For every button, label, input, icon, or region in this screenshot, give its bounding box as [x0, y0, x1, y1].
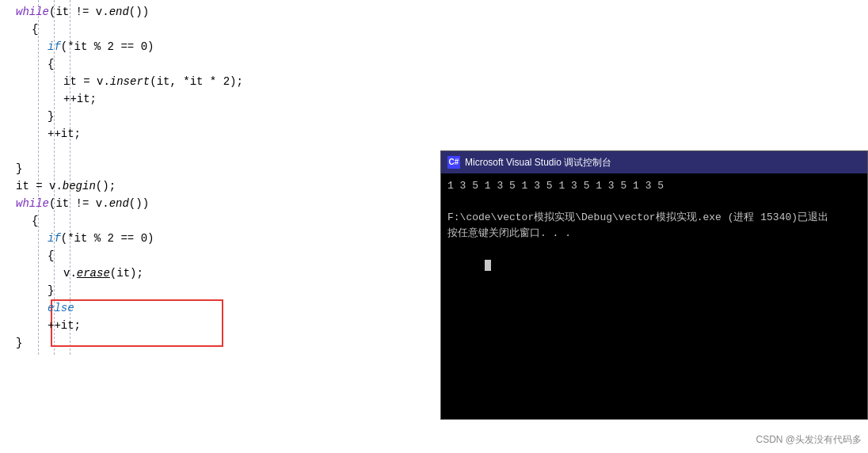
console-blank-line: [447, 194, 861, 210]
code-line: it = v.insert(it, *it * 2);: [16, 73, 868, 90]
code-line: ++it;: [16, 125, 868, 143]
console-title: Microsoft Visual Studio 调试控制台: [465, 156, 611, 169]
code-line: while (it != v.end()): [16, 3, 868, 21]
watermark: CSDN @头发没有代码多: [756, 433, 862, 447]
console-output-line1: 1 3 5 1 3 5 1 3 5 1 3 5 1 3 5 1 3 5: [447, 178, 861, 194]
console-output-line2: F:\code\vector模拟实现\Debug\vector模拟实现.exe …: [447, 210, 861, 226]
code-line: }: [16, 108, 868, 125]
console-app-icon: C#: [447, 156, 460, 169]
code-line: ++it;: [16, 90, 868, 108]
console-cursor-line: [447, 242, 861, 289]
console-titlebar: C# Microsoft Visual Studio 调试控制台: [441, 151, 867, 173]
code-line: {: [16, 55, 868, 73]
keyword: while: [16, 3, 49, 21]
console-body[interactable]: 1 3 5 1 3 5 1 3 5 1 3 5 1 3 5 1 3 5 F:\c…: [441, 173, 867, 419]
console-cursor: [485, 260, 491, 271]
console-output-line3: 按任意键关闭此窗口. . .: [447, 226, 861, 242]
code-line: if (*it % 2 == 0): [16, 38, 868, 55]
code-line: {: [16, 21, 868, 38]
console-window: C# Microsoft Visual Studio 调试控制台 1 3 5 1…: [440, 150, 868, 420]
